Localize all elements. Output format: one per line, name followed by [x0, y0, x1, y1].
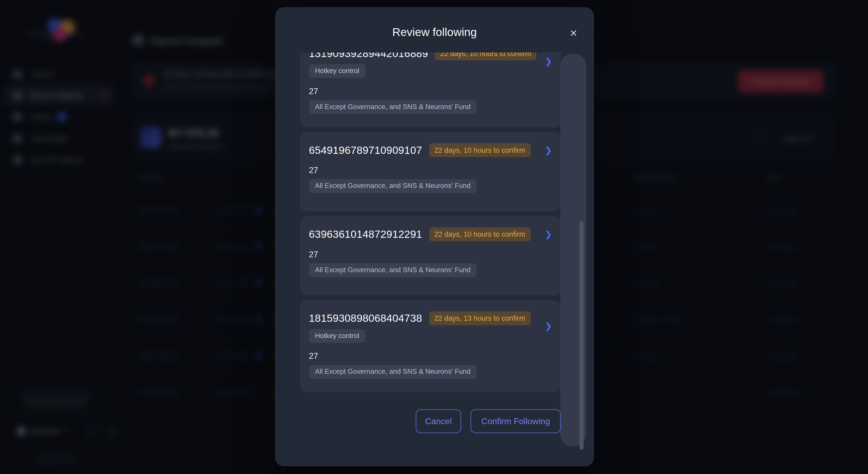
close-icon[interactable]: ✕	[567, 27, 580, 39]
topics-count: 27	[309, 351, 552, 361]
scrollbar-thumb[interactable]	[580, 221, 584, 450]
neuron-list: 13190939289442016889 22 days, 10 hours t…	[300, 53, 561, 446]
review-following-modal: Review following ✕ 13190939289442016889 …	[275, 7, 594, 466]
neuron-card[interactable]: 6549196789710909107 22 days, 10 hours to…	[300, 132, 561, 211]
app-stage: NETWORK NERVOUS SYSTEM Tokens Neuron Sta…	[0, 0, 868, 474]
neuron-card[interactable]: 13190939289442016889 22 days, 10 hours t…	[300, 53, 561, 127]
chevron-right-icon[interactable]: ❯	[545, 145, 552, 156]
neuron-card[interactable]: 6396361014872912291 22 days, 10 hours to…	[300, 216, 561, 295]
confirm-countdown-badge: 22 days, 13 hours to confirm	[429, 311, 531, 325]
hotkey-control-tag: Hotkey control	[309, 64, 365, 78]
neuron-id: 6396361014872912291	[309, 228, 422, 240]
screen: NETWORK NERVOUS SYSTEM Tokens Neuron Sta…	[0, 0, 868, 474]
chevron-right-icon[interactable]: ❯	[545, 321, 552, 331]
modal-footer: Cancel Confirm Following	[275, 409, 561, 433]
topics-tag: All Except Governance, and SNS & Neurons…	[309, 365, 476, 379]
confirm-countdown-badge: 22 days, 10 hours to confirm	[435, 53, 537, 60]
modal-title: Review following	[275, 25, 594, 39]
neuron-id: 13190939289442016889	[309, 53, 428, 60]
chevron-right-icon[interactable]: ❯	[545, 230, 552, 239]
neuron-id: 1815930898068404738	[309, 312, 422, 325]
topics-tag: All Except Governance, and SNS & Neurons…	[309, 179, 476, 193]
topics-count: 27	[309, 249, 552, 259]
topics-count: 27	[309, 165, 552, 175]
cancel-button[interactable]: Cancel	[416, 409, 461, 433]
neuron-id: 6549196789710909107	[309, 144, 422, 156]
topics-count: 27	[309, 87, 552, 96]
topics-tag: All Except Governance, and SNS & Neurons…	[309, 100, 476, 114]
confirm-countdown-badge: 22 days, 10 hours to confirm	[429, 143, 531, 157]
confirm-countdown-badge: 22 days, 10 hours to confirm	[429, 227, 531, 241]
scrollbar-track[interactable]	[560, 54, 586, 446]
hotkey-control-tag: Hotkey control	[309, 329, 365, 343]
chevron-right-icon[interactable]: ❯	[545, 57, 552, 66]
topics-tag: All Except Governance, and SNS & Neurons…	[309, 263, 476, 277]
neuron-card[interactable]: 1815930898068404738 22 days, 13 hours to…	[300, 300, 561, 392]
confirm-following-button[interactable]: Confirm Following	[471, 409, 561, 433]
